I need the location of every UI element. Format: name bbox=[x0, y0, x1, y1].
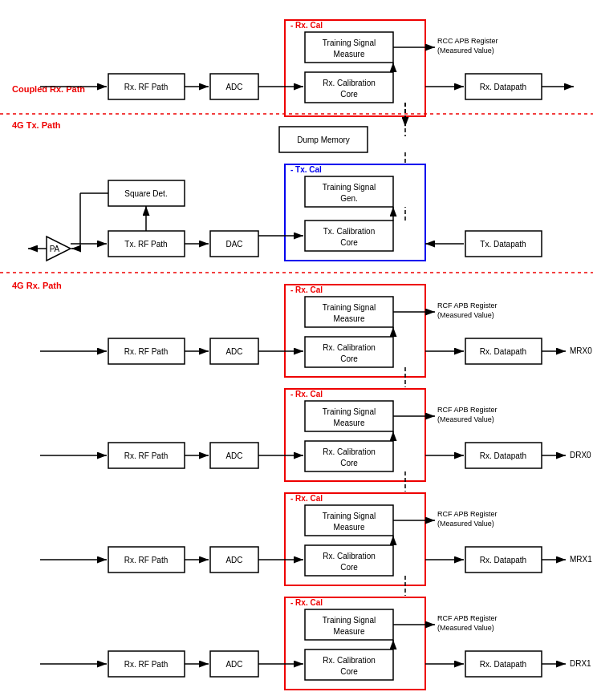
drx0-label: DRX0 bbox=[570, 451, 591, 459]
diagram-container: Coupled Rx. Path - Rx. Cal Training Sign… bbox=[0, 0, 593, 700]
rcf-apb-r3: RCF APB Register bbox=[437, 510, 498, 518]
rcc-label-top2: Core bbox=[340, 90, 358, 99]
tcc-label: Tx. Calibration bbox=[323, 227, 375, 236]
rx-cal-label-r1: - Rx. Cal bbox=[290, 285, 323, 294]
pa-label: PA bbox=[50, 245, 60, 253]
adc-r2-label: ADC bbox=[225, 451, 242, 460]
tsm-r4-label2: Measure bbox=[334, 627, 365, 636]
mrx1-label: MRX1 bbox=[570, 555, 592, 564]
rcc-apb-label: RCC APB Register bbox=[437, 37, 498, 45]
tsm-label-top2: Measure bbox=[334, 50, 365, 59]
rx-rf-r2-label: Rx. RF Path bbox=[124, 451, 168, 460]
adc-r3-label: ADC bbox=[225, 556, 242, 564]
tsm-r2-label: Training Signal bbox=[323, 407, 376, 416]
rx-rf-r1-label: Rx. RF Path bbox=[124, 347, 168, 356]
rcf-apb-r2: RCF APB Register bbox=[437, 406, 498, 414]
rcc-r1-label2: Core bbox=[340, 354, 358, 363]
tsm-label-top: Training Signal bbox=[323, 38, 376, 47]
rx-path-4g-label: 4G Rx. Path bbox=[12, 281, 62, 290]
rcc-r2-label: Rx. Calibration bbox=[323, 447, 376, 456]
rx-cal-label-r2: - Rx. Cal bbox=[290, 390, 323, 399]
dac-label: DAC bbox=[225, 240, 242, 249]
tsg-label2: Gen. bbox=[340, 194, 358, 203]
rx-rf-path-label-top: Rx. RF Path bbox=[124, 83, 168, 91]
drx1-label: DRX1 bbox=[570, 659, 591, 668]
rcc-r3-label2: Core bbox=[340, 563, 358, 572]
rcc-label-top: Rx. Calibration bbox=[323, 79, 376, 87]
rcc-r4-label: Rx. Calibration bbox=[323, 656, 376, 665]
tx-datapath-label: Tx. Datapath bbox=[480, 240, 526, 249]
rx-datapath-label-top: Rx. Datapath bbox=[480, 83, 526, 91]
tsm-r3-label2: Measure bbox=[334, 523, 365, 532]
rx-cal-label-r4: - Rx. Cal bbox=[290, 598, 323, 607]
tsm-r1-label2: Measure bbox=[334, 314, 365, 323]
rcc-apb-label2: (Measured Value) bbox=[437, 47, 494, 55]
rx-rf-r3-label: Rx. RF Path bbox=[124, 556, 168, 564]
adc-label-top: ADC bbox=[225, 83, 242, 91]
rcf-apb-r2-2: (Measured Value) bbox=[437, 415, 494, 423]
tsm-r3-label: Training Signal bbox=[323, 512, 376, 520]
coupled-rx-path-label: Coupled Rx. Path bbox=[12, 84, 85, 94]
rx-dp-r3-label: Rx. Datapath bbox=[480, 556, 526, 564]
tx-cal-label: - Tx. Cal bbox=[290, 165, 322, 174]
rx-cal-label-r3: - Rx. Cal bbox=[290, 494, 323, 503]
rcf-apb-r1-2: (Measured Value) bbox=[437, 311, 494, 319]
rx-rf-r4-label: Rx. RF Path bbox=[124, 660, 168, 669]
tsm-r4-label: Training Signal bbox=[323, 616, 376, 625]
tsm-r2-label2: Measure bbox=[334, 419, 365, 427]
rcc-r1-label: Rx. Calibration bbox=[323, 343, 376, 352]
square-det-label: Square Det. bbox=[124, 189, 167, 198]
dump-memory-label: Dump Memory bbox=[297, 136, 350, 144]
tx-rf-path-label: Tx. RF Path bbox=[124, 240, 167, 249]
rx-dp-r4-label: Rx. Datapath bbox=[480, 660, 526, 669]
rx-cal-label-top: - Rx. Cal bbox=[290, 21, 323, 30]
tsm-r1-label: Training Signal bbox=[323, 303, 376, 312]
tsg-label: Training Signal bbox=[323, 183, 376, 192]
rcf-apb-r1: RCF APB Register bbox=[437, 301, 498, 310]
rcc-r3-label: Rx. Calibration bbox=[323, 552, 376, 560]
adc-r4-label: ADC bbox=[225, 660, 242, 669]
rcc-r2-label2: Core bbox=[340, 459, 358, 467]
rcc-r4-label2: Core bbox=[340, 667, 358, 676]
rcf-apb-r4: RCF APB Register bbox=[437, 614, 498, 622]
tcc-label2: Core bbox=[340, 238, 358, 247]
rcf-apb-r4-2: (Measured Value) bbox=[437, 624, 494, 632]
rcf-apb-r3-2: (Measured Value) bbox=[437, 520, 494, 528]
adc-r1-label: ADC bbox=[225, 347, 242, 356]
mrx0-label: MRX0 bbox=[570, 346, 592, 355]
rx-dp-r2-label: Rx. Datapath bbox=[480, 451, 526, 460]
rx-dp-r1-label: Rx. Datapath bbox=[480, 347, 526, 356]
tx-path-4g-label: 4G Tx. Path bbox=[12, 120, 61, 130]
